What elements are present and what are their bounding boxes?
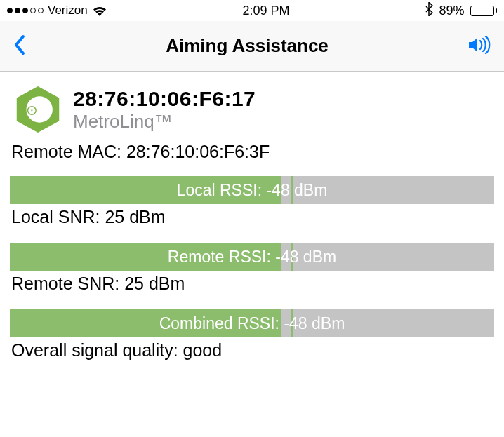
local-rssi-label: Local RSSI: -48 dBm xyxy=(10,176,494,204)
wifi-icon xyxy=(92,5,107,16)
page-title: Aiming Assistance xyxy=(27,35,467,57)
status-right: 89% xyxy=(425,2,497,20)
status-time: 2:09 PM xyxy=(243,4,290,18)
battery-icon xyxy=(470,6,498,16)
svg-point-1 xyxy=(26,96,52,122)
device-brand: MetroLinq™ xyxy=(73,111,256,133)
nav-bar: Aiming Assistance xyxy=(0,21,504,72)
status-bar: Verizon 2:09 PM 89% xyxy=(0,0,504,21)
remote-rssi-bar: Remote RSSI: -48 dBm xyxy=(10,243,494,271)
speaker-button[interactable] xyxy=(467,36,491,57)
bluetooth-icon xyxy=(425,2,433,20)
status-left: Verizon xyxy=(7,4,107,18)
content: 28:76:10:06:F6:17 MetroLinq™ Remote MAC:… xyxy=(0,72,504,373)
local-snr-label: Local SNR: 25 dBm xyxy=(10,204,494,240)
svg-point-3 xyxy=(31,109,32,111)
signal-dots xyxy=(7,8,44,13)
remote-mac-label: Remote MAC: 28:76:10:06:F6:3F xyxy=(10,139,494,173)
back-button[interactable] xyxy=(13,34,27,59)
device-hex-icon xyxy=(13,84,63,135)
remote-rssi-label: Remote RSSI: -48 dBm xyxy=(10,243,494,271)
overall-quality-label: Overall signal quality: good xyxy=(10,337,494,373)
battery-pct: 89% xyxy=(439,4,464,18)
combined-rssi-label: Combined RSSI: -48 dBm xyxy=(10,309,494,337)
combined-rssi-bar: Combined RSSI: -48 dBm xyxy=(10,309,494,337)
remote-snr-label: Remote SNR: 25 dBm xyxy=(10,271,494,307)
carrier-text: Verizon xyxy=(48,4,88,18)
local-rssi-bar: Local RSSI: -48 dBm xyxy=(10,176,494,204)
device-header: 28:76:10:06:F6:17 MetroLinq™ xyxy=(10,84,494,139)
device-mac: 28:76:10:06:F6:17 xyxy=(73,87,256,111)
